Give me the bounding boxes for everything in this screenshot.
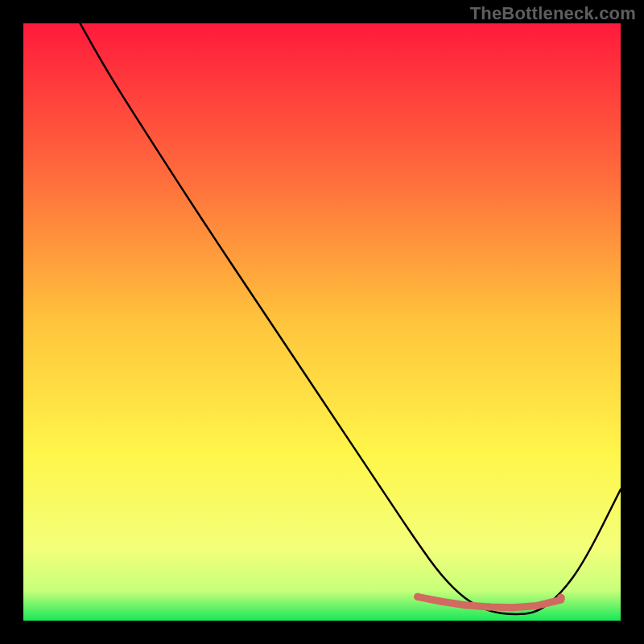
optimal-range-dot [462,601,469,609]
gradient-background [23,23,621,621]
chart-svg [23,23,621,621]
watermark-text: TheBottleneck.com [470,3,636,24]
chart-frame: TheBottleneck.com [0,0,644,644]
plot-area [23,23,621,621]
optimal-range-dot [534,602,541,609]
optimal-range-dot [414,593,421,601]
optimal-range-dot [438,598,445,605]
optimal-range-dot [510,604,517,611]
optimal-range-dot [485,603,493,610]
optimal-range-end-dot [557,594,565,602]
